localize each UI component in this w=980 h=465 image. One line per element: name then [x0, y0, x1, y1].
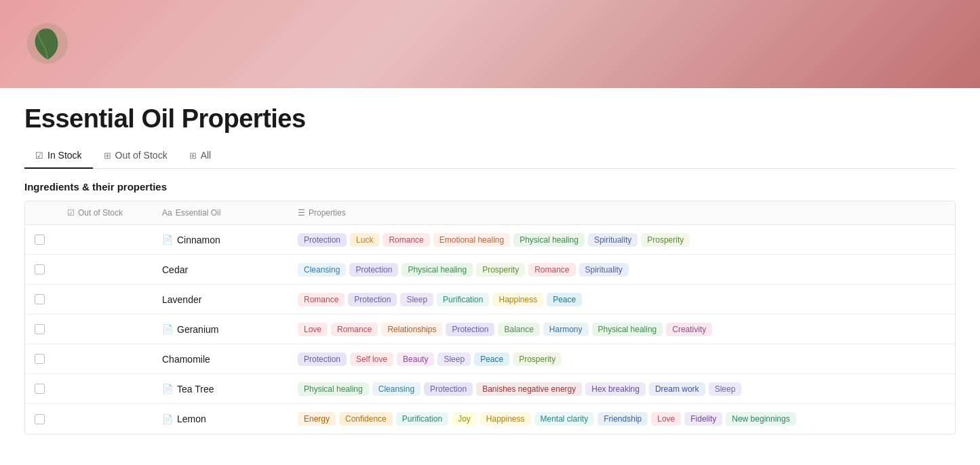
- tab-out-of-stock[interactable]: ⊞ Out of Stock: [93, 143, 178, 169]
- oil-doc-icon: 📄: [162, 324, 173, 334]
- row-oil-cell: Chamomile: [153, 348, 288, 370]
- tab-in-stock-icon: ☑: [35, 150, 43, 161]
- row-oil-cell: Lavender: [153, 289, 288, 310]
- row-props-cell: RomanceProtectionSleepPurificationHappin…: [288, 287, 955, 312]
- table-row: LavenderRomanceProtectionSleepPurificati…: [25, 285, 955, 315]
- row-stock-cell: [58, 324, 153, 335]
- property-tag: Spirituality: [579, 263, 629, 277]
- property-tag: Romance: [331, 323, 378, 336]
- property-tag: Love: [298, 323, 328, 336]
- header-props-col: ☰ Properties: [288, 201, 955, 224]
- page-content: Essential Oil Properties ☑ In Stock ⊞ Ou…: [0, 88, 980, 434]
- table-row: CedarCleansingProtectionPhysical healing…: [25, 255, 955, 285]
- logo: [24, 20, 71, 66]
- row-oil-cell: 📄Lemon: [153, 408, 288, 430]
- property-tag: Protection: [298, 352, 347, 366]
- property-tag: Protection: [424, 382, 473, 396]
- row-check-cell: [25, 235, 58, 245]
- property-tag: Relationships: [381, 323, 442, 336]
- section-title: Ingredients & their properties: [24, 169, 956, 201]
- oil-name: Cedar: [162, 264, 188, 275]
- row-checkbox[interactable]: [35, 384, 45, 394]
- row-props-cell: Physical healingCleansingProtectionBanis…: [288, 377, 955, 401]
- property-tag: Prosperity: [641, 233, 690, 247]
- table-row: ChamomileProtectionSelf loveBeautySleepP…: [25, 344, 955, 374]
- oil-name: Cinnamon: [177, 235, 220, 245]
- property-tag: Sleep: [400, 293, 433, 306]
- property-tag: Beauty: [397, 352, 434, 366]
- property-tag: Spirituality: [588, 233, 638, 247]
- property-tag: Dream work: [649, 382, 705, 396]
- row-check-cell: [25, 264, 58, 275]
- table-row: 📄GeraniumLoveRomanceRelationshipsProtect…: [25, 315, 955, 344]
- property-tag: Fidelity: [684, 412, 722, 426]
- oil-doc-icon: 📄: [162, 414, 173, 424]
- row-oil-cell: 📄Tea Tree: [153, 378, 288, 400]
- property-tag: Love: [651, 412, 681, 426]
- property-tag: Confidence: [339, 412, 393, 426]
- row-props-cell: EnergyConfidencePurificationJoyHappiness…: [288, 407, 955, 431]
- oil-name: Geranium: [177, 324, 218, 335]
- row-checkbox[interactable]: [35, 235, 45, 245]
- row-checkbox[interactable]: [35, 324, 45, 334]
- row-checkbox[interactable]: [35, 294, 45, 304]
- property-tag: Friendship: [597, 412, 648, 426]
- row-checkbox[interactable]: [35, 264, 45, 275]
- property-tag: Physical healing: [592, 323, 663, 336]
- oil-name: Lavender: [162, 294, 201, 305]
- property-tag: Emotional healing: [433, 233, 510, 247]
- oil-col-icon: Aa: [162, 208, 172, 218]
- row-oil-cell: Cedar: [153, 259, 288, 281]
- header-oil-col: Aa Essential Oil: [153, 201, 288, 224]
- row-check-cell: [25, 354, 58, 364]
- property-tag: Banishes negative energy: [476, 382, 582, 396]
- tab-all[interactable]: ⊞ All: [178, 143, 222, 169]
- header-stock-col: ☑ Out of Stock: [58, 201, 153, 224]
- table-row: 📄LemonEnergyConfidencePurificationJoyHap…: [25, 404, 955, 434]
- table-row: 📄Tea TreePhysical healingCleansingProtec…: [25, 374, 955, 404]
- table-row: 📄CinnamonProtectionLuckRomanceEmotional …: [25, 225, 955, 255]
- row-oil-cell: 📄Geranium: [153, 319, 288, 340]
- oil-name: Chamomile: [162, 354, 210, 365]
- header-check-col: [25, 206, 58, 220]
- property-tag: Prosperity: [476, 263, 525, 277]
- row-checkbox[interactable]: [35, 354, 45, 364]
- oil-name: Tea Tree: [177, 384, 214, 395]
- row-stock-cell: [58, 354, 153, 365]
- row-stock-cell: [58, 294, 153, 305]
- property-tag: Sleep: [709, 382, 742, 396]
- row-checkbox[interactable]: [35, 414, 45, 424]
- row-props-cell: LoveRomanceRelationshipsProtectionBalanc…: [288, 317, 955, 342]
- property-tag: Cleansing: [372, 382, 420, 396]
- property-tag: Purification: [396, 412, 448, 426]
- property-tag: Romance: [528, 263, 575, 277]
- row-stock-cell: [58, 264, 153, 275]
- property-tag: Happiness: [480, 412, 531, 426]
- header-banner: [0, 0, 980, 88]
- property-tag: Peace: [547, 293, 582, 306]
- oil-doc-icon: 📄: [162, 384, 173, 394]
- row-check-cell: [25, 414, 58, 424]
- property-tag: Physical healing: [401, 263, 473, 277]
- property-tag: Energy: [298, 412, 336, 426]
- row-props-cell: ProtectionSelf loveBeautySleepPeaceProsp…: [288, 347, 955, 371]
- ingredients-table: ☑ Out of Stock Aa Essential Oil ☰ Proper…: [24, 201, 956, 434]
- tabs-bar: ☑ In Stock ⊞ Out of Stock ⊞ All: [24, 143, 956, 169]
- oil-name: Lemon: [177, 413, 206, 424]
- property-tag: Creativity: [666, 323, 712, 336]
- property-tag: Cleansing: [298, 263, 346, 277]
- row-oil-cell: 📄Cinnamon: [153, 229, 288, 251]
- row-check-cell: [25, 294, 58, 304]
- property-tag: Physical healing: [298, 382, 369, 396]
- row-props-cell: CleansingProtectionPhysical healingProsp…: [288, 258, 955, 282]
- property-tag: Romance: [298, 293, 345, 306]
- oil-doc-icon: 📄: [162, 235, 173, 245]
- table-header: ☑ Out of Stock Aa Essential Oil ☰ Proper…: [25, 201, 955, 225]
- property-tag: Hex breaking: [585, 382, 646, 396]
- row-props-cell: ProtectionLuckRomanceEmotional healingPh…: [288, 228, 955, 252]
- property-tag: Purification: [437, 293, 489, 306]
- page-title: Essential Oil Properties: [24, 88, 956, 143]
- property-tag: Protection: [298, 233, 347, 247]
- tab-in-stock[interactable]: ☑ In Stock: [24, 143, 93, 169]
- stock-col-icon: ☑: [67, 208, 75, 218]
